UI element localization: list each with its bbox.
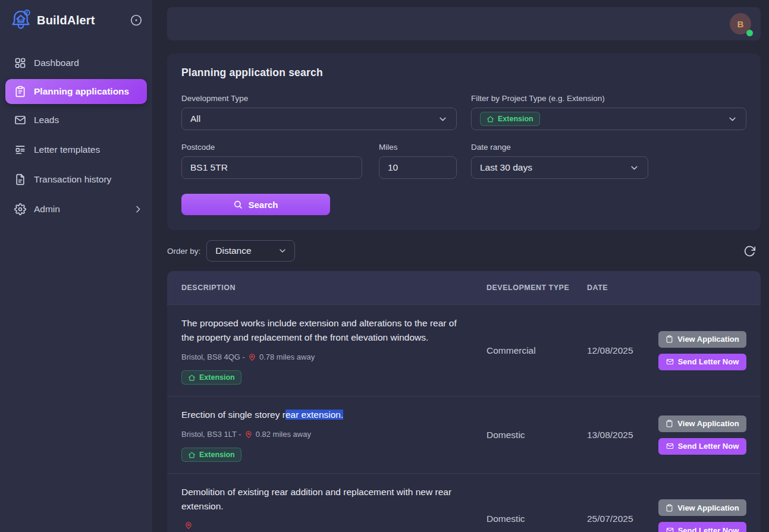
envelope-icon [666,358,674,366]
grid-icon [14,57,26,69]
envelope-icon [14,114,26,126]
sidebar-item-transaction-history[interactable]: Transaction history [0,166,152,193]
date-range-field: Date range Last 30 days [471,143,746,179]
location-line: Bristol, BS3 1LT - 0.82 miles away [181,430,467,439]
date-cell: 12/08/2025 [587,345,646,356]
list-controls: Order by: Distance [167,240,761,262]
results-table: DESCRIPTION DEVELOPMENT TYPE DATE The pr… [167,271,761,532]
sidebar-nav: Dashboard Planning applications Leads [0,49,152,223]
table-row: Demolition of existing rear addition and… [167,473,761,532]
date-range-value: Last 30 days [480,162,532,173]
refresh-icon[interactable] [743,245,756,257]
miles-label: Miles [379,143,457,152]
date-range-select[interactable]: Last 30 days [471,156,648,179]
brand-name: BuildAlert [37,14,95,27]
location-text: Bristol, BS3 1LT - [181,430,241,439]
development-type-cell: Domestic [486,514,587,524]
search-button[interactable]: Search [181,194,330,215]
miles-input[interactable] [379,156,457,179]
envelope-icon [666,527,674,532]
house-icon [188,451,196,459]
chevron-right-icon [133,204,143,214]
clipboard-icon [14,86,26,97]
table-header-row: DESCRIPTION DEVELOPMENT TYPE DATE [167,271,761,304]
row-actions: View Application Send Letter Now [646,499,746,532]
table-row: The proposed works include extension and… [167,304,761,396]
development-type-value: All [190,114,200,124]
map-pin-icon [248,353,256,361]
distance-text: 0.78 miles away [259,352,315,361]
sidebar-item-label: Planning applications [34,86,129,97]
map-pin-icon [244,430,253,439]
col-header-description: DESCRIPTION [181,284,486,292]
sidebar-item-letter-templates[interactable]: Letter templates [0,136,152,163]
house-icon [188,374,196,382]
tag-label: Extension [199,451,235,459]
user-avatar[interactable]: B [730,13,751,34]
clipboard-icon [666,504,673,512]
description-cell: Demolition of existing rear addition and… [181,485,479,532]
sidebar-item-label: Admin [34,204,60,215]
send-letter-button[interactable]: Send Letter Now [658,438,746,455]
project-type-chip[interactable]: Extension [480,112,540,126]
sidebar-item-label: Letter templates [34,144,100,155]
project-type-select[interactable]: Extension [471,108,746,130]
map-pin-icon [184,521,193,530]
order-by-select[interactable]: Distance [206,240,295,262]
send-button-label: Send Letter Now [678,442,739,451]
application-description: The proposed works include extension and… [181,316,467,345]
description-cell: Erection of single storey rear extension… [181,408,479,462]
row-actions: View Application Send Letter Now [646,415,746,455]
view-application-button[interactable]: View Application [658,331,746,348]
sidebar-item-admin[interactable]: Admin [0,196,152,223]
row-actions: View Application Send Letter Now [646,331,746,370]
sidebar-collapse-icon[interactable] [130,14,143,27]
distance-text: 0.82 miles away [256,430,311,439]
sidebar-item-planning-applications[interactable]: Planning applications [5,79,147,104]
view-application-button[interactable]: View Application [658,415,746,432]
project-type-field: Filter by Project Type (e.g. Extension) … [471,94,746,130]
date-range-label: Date range [471,143,746,152]
sidebar-item-label: Dashboard [34,58,79,68]
send-letter-button[interactable]: Send Letter Now [658,522,746,532]
file-text-icon [14,174,26,185]
order-by-value: Distance [215,245,251,256]
order-by-label: Order by: [167,247,200,256]
send-button-label: Send Letter Now [678,526,739,532]
location-line: Bristol, BS8 4QG - 0.78 miles away [181,352,467,361]
project-type-label: Filter by Project Type (e.g. Extension) [471,94,746,103]
development-type-select[interactable]: All [181,108,457,130]
sidebar-item-dashboard[interactable]: Dashboard [0,49,152,77]
application-description: Erection of single storey rear extension… [181,408,467,422]
development-type-cell: Commercial [486,345,587,356]
description-cell: The proposed works include extension and… [181,316,479,385]
brand-row: BuildAlert [0,0,152,33]
view-application-button[interactable]: View Application [658,499,746,516]
sidebar-item-label: Transaction history [34,174,111,185]
location-text: Bristol, BS8 4QG - [181,352,245,361]
postcode-label: Postcode [181,143,362,152]
location-line [181,521,467,530]
development-type-cell: Domestic [486,430,587,440]
online-status-dot [746,30,753,36]
view-button-label: View Application [677,503,739,512]
development-type-label: Development Type [181,94,457,103]
layout-list-icon [14,144,26,156]
postcode-input[interactable] [181,156,362,179]
clipboard-icon [666,335,673,343]
view-button-label: View Application [677,335,739,344]
date-cell: 25/07/2025 [587,514,646,524]
tag-label: Extension [199,373,235,382]
send-button-label: Send Letter Now [678,357,739,366]
project-type-chip-label: Extension [498,115,533,123]
panel-title: Planning application search [181,67,746,79]
house-icon [486,115,494,123]
search-form: Development Type All Filter by Project T… [181,94,746,179]
development-type-field: Development Type All [181,94,457,130]
table-row: Erection of single storey rear extension… [167,396,761,473]
view-button-label: View Application [677,419,739,428]
sidebar-item-leads[interactable]: Leads [0,106,152,134]
bell-house-logo-icon [8,8,33,33]
main-content: B Planning application search Developmen… [152,0,769,532]
send-letter-button[interactable]: Send Letter Now [658,354,746,370]
